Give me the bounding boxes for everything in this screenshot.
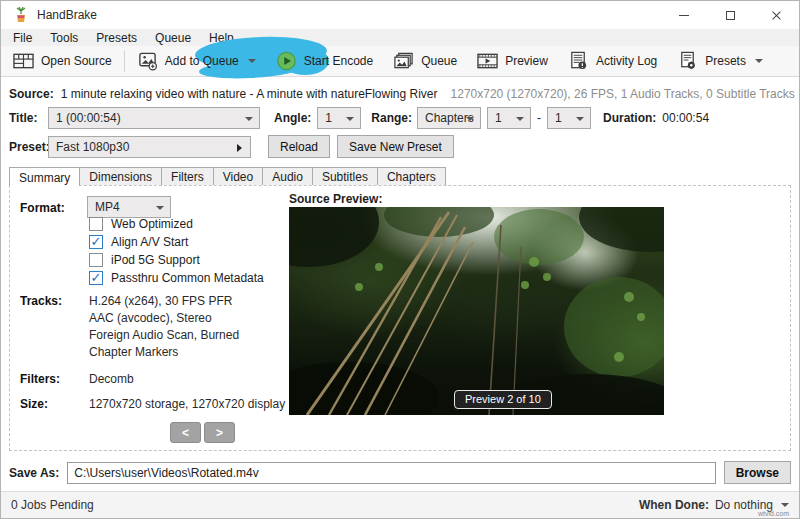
preset-label: Preset: xyxy=(9,140,48,154)
preset-select[interactable]: Fast 1080p30 xyxy=(48,136,251,158)
passthru-metadata-label: Passthru Common Metadata xyxy=(111,271,264,285)
source-preview-image: Preview 2 of 10 xyxy=(289,207,664,415)
tab-video[interactable]: Video xyxy=(213,167,263,185)
save-as-path-input[interactable] xyxy=(67,462,715,484)
ipod-5g-support-checkbox[interactable]: ✓ xyxy=(89,253,103,267)
browse-label: Browse xyxy=(736,466,779,480)
range-separator: - xyxy=(537,111,541,125)
web-optimized-row: ✓ Web Optimized xyxy=(89,217,193,231)
handbrake-logo-icon xyxy=(13,7,29,23)
chevron-down-icon xyxy=(466,117,474,121)
queue-button[interactable]: Queue xyxy=(383,47,467,75)
title-bar: HandBrake xyxy=(1,1,799,29)
add-to-queue-button[interactable]: Add to Queue xyxy=(127,47,266,75)
window-controls xyxy=(661,1,799,29)
summary-panel: Format: MP4 ✓ Web Optimized ✓ Align A/V … xyxy=(9,185,791,451)
watermark: wtvid.com xyxy=(758,510,789,517)
presets-label: Presets xyxy=(705,54,746,68)
angle-select-value: 1 xyxy=(325,111,332,125)
start-encode-button[interactable]: Start Encode xyxy=(266,47,383,75)
preview-next-button[interactable]: > xyxy=(204,422,235,443)
queue-icon xyxy=(393,51,414,71)
source-preview-label: Source Preview: xyxy=(289,192,382,206)
tab-chapters[interactable]: Chapters xyxy=(377,167,446,185)
track-chapters: Chapter Markers xyxy=(89,345,178,359)
tab-summary[interactable]: Summary xyxy=(9,167,80,186)
add-to-queue-caret-icon xyxy=(248,59,256,63)
range-from-value: 1 xyxy=(495,111,502,125)
source-details: 1270x720 (1270x720), 26 FPS, 1 Audio Tra… xyxy=(451,87,795,101)
activity-log-icon xyxy=(568,51,589,71)
track-audio: AAC (avcodec), Stereo xyxy=(89,311,212,325)
minimize-button[interactable] xyxy=(661,1,707,29)
start-encode-icon xyxy=(276,51,297,71)
chevron-down-icon xyxy=(156,206,164,210)
ipod-5g-support-row: ✓ iPod 5G Support xyxy=(89,253,200,267)
open-source-icon xyxy=(13,51,34,71)
tab-subtitles[interactable]: Subtitles xyxy=(312,167,378,185)
filters-label: Filters: xyxy=(20,372,60,386)
maximize-button[interactable] xyxy=(707,1,753,29)
preview-nav: < > xyxy=(170,422,235,443)
tab-audio[interactable]: Audio xyxy=(262,167,313,185)
open-source-button[interactable]: Open Source xyxy=(3,47,122,75)
queue-label: Queue xyxy=(421,54,457,68)
range-to-value: 1 xyxy=(555,111,562,125)
passthru-metadata-checkbox[interactable]: ✓ xyxy=(89,271,103,285)
jungle-vines-art xyxy=(289,207,664,415)
add-to-queue-label: Add to Queue xyxy=(165,54,239,68)
range-type-select[interactable]: Chapters xyxy=(417,107,481,129)
close-button[interactable] xyxy=(753,1,799,29)
format-label: Format: xyxy=(20,201,65,215)
preview-prev-button[interactable]: < xyxy=(170,422,201,443)
format-select[interactable]: MP4 xyxy=(87,196,171,218)
angle-select[interactable]: 1 xyxy=(317,107,361,129)
activity-log-button[interactable]: Activity Log xyxy=(558,47,667,75)
track-video: H.264 (x264), 30 FPS PFR xyxy=(89,294,232,308)
tab-strip: Summary Dimensions Filters Video Audio S… xyxy=(9,167,445,186)
preset-select-value: Fast 1080p30 xyxy=(56,140,129,154)
presets-button[interactable]: Presets xyxy=(667,47,773,75)
align-av-start-row: ✓ Align A/V Start xyxy=(89,235,188,249)
preset-row: Preset: Fast 1080p30 Reload Save New Pre… xyxy=(9,135,454,158)
title-row: Title: 1 (00:00:54) Angle: 1 Range: Chap… xyxy=(9,107,791,129)
menu-tools[interactable]: Tools xyxy=(41,31,87,45)
add-to-queue-icon xyxy=(137,51,158,71)
save-as-label: Save As: xyxy=(9,466,59,480)
check-icon: ✓ xyxy=(91,235,102,248)
track-subtitle: Foreign Audio Scan, Burned xyxy=(89,328,239,342)
title-select-value: 1 (00:00:54) xyxy=(56,111,121,125)
start-encode-label: Start Encode xyxy=(304,54,373,68)
web-optimized-checkbox[interactable]: ✓ xyxy=(89,217,103,231)
reload-label: Reload xyxy=(280,140,318,154)
save-new-preset-button[interactable]: Save New Preset xyxy=(337,135,454,158)
align-av-start-label: Align A/V Start xyxy=(111,235,188,249)
preview-counter-tooltip: Preview 2 of 10 xyxy=(454,390,552,409)
when-done-label: When Done: xyxy=(639,498,709,512)
menu-queue[interactable]: Queue xyxy=(146,31,200,45)
chevron-right-icon xyxy=(237,144,242,152)
menu-file[interactable]: File xyxy=(4,31,41,45)
reload-button[interactable]: Reload xyxy=(268,135,330,158)
range-to-select[interactable]: 1 xyxy=(547,107,591,129)
menu-presets[interactable]: Presets xyxy=(87,31,146,45)
save-new-preset-label: Save New Preset xyxy=(349,140,442,154)
web-optimized-label: Web Optimized xyxy=(111,217,193,231)
presets-icon xyxy=(677,51,698,71)
chevron-down-icon xyxy=(245,117,253,121)
size-value: 1270x720 storage, 1270x720 display xyxy=(89,397,285,411)
chevron-down-icon xyxy=(516,117,524,121)
window-title: HandBrake xyxy=(37,8,97,22)
save-as-row: Save As: Browse xyxy=(9,461,791,484)
preview-label: Preview xyxy=(505,54,548,68)
angle-label: Angle: xyxy=(274,111,311,125)
size-label: Size: xyxy=(20,397,48,411)
tab-dimensions[interactable]: Dimensions xyxy=(79,167,162,185)
preview-button[interactable]: Preview xyxy=(467,47,558,75)
title-select[interactable]: 1 (00:00:54) xyxy=(48,107,260,129)
browse-button[interactable]: Browse xyxy=(724,461,791,484)
range-from-select[interactable]: 1 xyxy=(487,107,531,129)
filters-value: Decomb xyxy=(89,372,134,386)
align-av-start-checkbox[interactable]: ✓ xyxy=(89,235,103,249)
tab-filters[interactable]: Filters xyxy=(161,167,214,185)
